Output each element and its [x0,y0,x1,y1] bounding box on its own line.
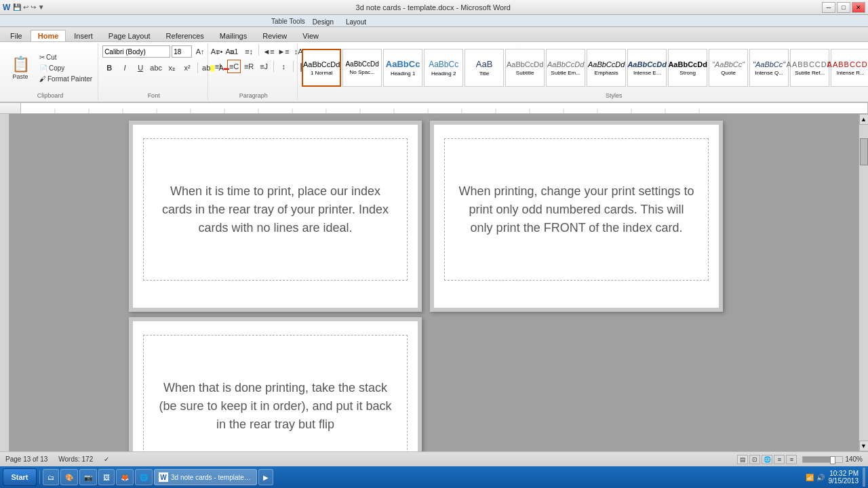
style-intense-r[interactable]: AaBbCcDd Intense R... [831,49,868,87]
bullets-button[interactable]: ≡• [212,45,226,58]
font-size-input[interactable] [172,45,192,58]
cut-button[interactable]: ✂ Cut [37,52,95,62]
ribbon-tabs: File Home Insert Page Layout References … [0,27,868,42]
page-inner-1: When it is time to print, place our inde… [133,125,418,308]
style-intense-r-preview: AaBbCcDd [827,60,868,68]
italic-button[interactable]: I [118,61,132,75]
paragraph-group: ≡• ≡1 ≡↕ ◄≡ ►≡ ↕A ¶ ≡L ≡C ≡R ≡J ↕ ▓ □ P [210,43,298,100]
taskbar-vlc[interactable]: ▶ [258,469,273,485]
styles-label: Styles [302,91,868,99]
style-strong[interactable]: AaBbCcDd Strong [668,49,707,87]
tab-mailings[interactable]: Mailings [212,30,254,41]
scroll-thumb[interactable] [860,138,868,165]
clock[interactable]: 10:32 PM 9/15/2013 [829,470,859,485]
style-subtle-ref[interactable]: AaBbCcDd Subtle Ref... [790,49,829,87]
underline-button[interactable]: U [134,61,147,75]
minimize-button[interactable]: ─ [822,2,835,13]
spell-check-icon[interactable]: ✓ [104,455,109,463]
view-fullscreen-button[interactable]: ⊡ [749,455,760,464]
tab-layout[interactable]: Layout [340,17,372,26]
style-no-space-label: No Spac... [349,69,374,75]
align-center-button[interactable]: ≡C [227,60,241,73]
style-title-label: Title [479,70,490,77]
style-subtitle-label: Subtitle [516,70,534,76]
style-title[interactable]: AaB Title [465,49,504,87]
style-emphasis[interactable]: AaBbCcDd Emphasis [587,49,626,87]
style-intense-q-label: Intense Q... [755,70,783,76]
line-spacing-button[interactable]: ↕ [277,60,290,73]
align-left-button[interactable]: ≡L [212,60,226,73]
bold-button[interactable]: B [102,61,116,75]
view-draft-button[interactable]: ≡ [786,455,797,464]
maximize-button[interactable]: □ [837,2,850,13]
zoom-thumb[interactable] [830,456,835,464]
style-heading2-label: Heading 2 [431,70,456,77]
style-quote[interactable]: "AaBbCc" Quote [709,49,748,87]
copy-button[interactable]: 📄 Copy [37,63,95,73]
tab-home[interactable]: Home [31,30,66,41]
style-subtitle[interactable]: AaBbCcDd Subtitle [505,49,545,87]
superscript-button[interactable]: x² [180,61,194,75]
view-web-button[interactable]: 🌐 [762,455,772,464]
decrease-indent-button[interactable]: ◄≡ [262,45,275,58]
style-intense-q[interactable]: "AaBbCc" Intense Q... [749,49,789,87]
increase-indent-button[interactable]: ►≡ [277,45,290,58]
taskbar-explorer[interactable]: 🗂 [43,469,59,485]
vlc-icon: ▶ [263,474,269,481]
scroll-down-button[interactable]: ▼ [859,441,869,451]
paste-button[interactable]: 📋 Paste [5,49,35,87]
style-heading1[interactable]: AaBbCc Heading 1 [383,49,422,87]
taskbar-photoshop[interactable]: 🖼 [98,469,115,485]
show-desktop-button[interactable] [863,468,865,487]
taskbar-right: 📶 🔊 10:32 PM 9/15/2013 [806,468,866,487]
align-right-button[interactable]: ≡R [242,60,256,73]
taskbar-paint[interactable]: 🎨 [60,469,78,485]
style-normal[interactable]: AaBbCcDd 1 Normal [302,49,341,87]
multilevel-button[interactable]: ≡↕ [242,45,256,58]
taskbar-word[interactable]: W 3d note cards - template.docx - Micros… [154,469,257,485]
grow-font-button[interactable]: A↑ [193,45,207,58]
style-emphasis-label: Emphasis [595,70,618,76]
card-2[interactable]: When printing, change your print setting… [444,138,709,281]
card-1[interactable]: When it is time to print, place our inde… [143,138,408,281]
style-heading2[interactable]: AaBbCc Heading 2 [424,49,463,87]
style-no-space[interactable]: AaBbCcDd No Spac... [342,49,382,87]
justify-button[interactable]: ≡J [257,60,271,73]
strikethrough-button[interactable]: abc [149,61,163,75]
ruler-inner [20,103,868,113]
tab-page-layout[interactable]: Page Layout [101,30,158,41]
document-content: When it is time to print, place our inde… [9,114,859,451]
style-heading2-preview: AaBbCc [429,60,458,69]
word-taskbar-icon: W [159,472,168,482]
start-button[interactable]: Start [3,468,37,486]
clipboard-content: 📋 Paste ✂ Cut 📄 Copy 🖌 Format Painter [5,45,95,91]
subscript-button[interactable]: x₂ [165,61,178,75]
network-icon[interactable]: 📶 [806,474,814,481]
style-subtle-em[interactable]: AaBbCcDd Subtle Em... [546,49,585,87]
tab-review[interactable]: Review [255,30,294,41]
taskbar-chrome[interactable]: 🌐 [135,469,153,485]
scroll-up-button[interactable]: ▲ [859,114,869,125]
close-button[interactable]: ✕ [852,2,865,13]
volume-icon[interactable]: 🔊 [816,474,825,481]
view-outline-button[interactable]: ≡ [774,455,785,464]
style-intense-e[interactable]: AaBbCcDd Intense E... [627,49,667,87]
tab-insert[interactable]: Insert [66,30,100,41]
zoom-slider[interactable] [802,456,843,463]
tab-file[interactable]: File [3,30,30,41]
page-inner-3: When that is done printing, take the sta… [133,321,418,451]
taskbar-firefox[interactable]: 🦊 [116,469,134,485]
taskbar-lightroom[interactable]: 📷 [79,469,97,485]
tab-references[interactable]: References [159,30,212,41]
para-sep3 [293,61,294,72]
style-no-space-preview: AaBbCcDd [345,60,378,68]
font-name-input[interactable] [102,45,170,58]
right-scrollbar[interactable]: ▲ ▼ [859,114,868,451]
title-bar-controls: ─ □ ✕ [822,2,865,13]
tab-design[interactable]: Design [307,17,340,26]
view-print-button[interactable]: ▤ [737,455,748,464]
tab-view[interactable]: View [295,30,326,41]
card-3[interactable]: When that is done printing, take the sta… [143,335,408,451]
format-painter-button[interactable]: 🖌 Format Painter [37,74,95,84]
numbering-button[interactable]: ≡1 [227,45,241,58]
